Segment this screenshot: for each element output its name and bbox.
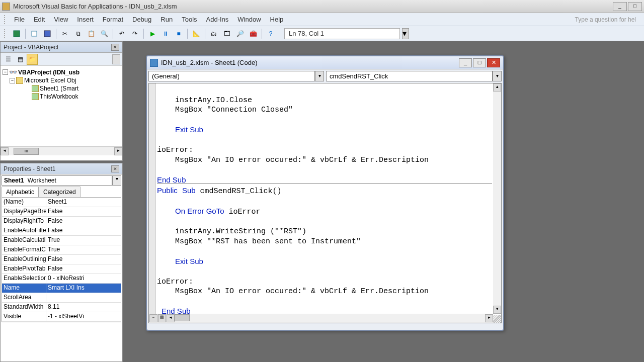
property-value[interactable]: -1 - xlSheetVi (46, 312, 121, 321)
property-value[interactable]: True (46, 236, 121, 245)
view-object-icon[interactable]: ▤ (15, 54, 26, 65)
break-icon[interactable]: ⏸ (160, 28, 171, 39)
property-value[interactable]: False (46, 255, 121, 264)
property-row[interactable]: (Name)Sheet1 (2, 198, 121, 207)
dropdown-icon[interactable]: ▾ (315, 71, 324, 81)
run-icon[interactable]: ▶ (147, 28, 158, 39)
menu-format[interactable]: Format (99, 15, 127, 24)
property-value[interactable]: 0 - xlNoRestri (46, 274, 121, 283)
menu-debug[interactable]: Debug (128, 15, 155, 24)
dropdown-icon[interactable]: ▾ (112, 175, 121, 186)
project-tree[interactable]: − 👓 VBAProject (IDN_usb − Microsoft Exce… (1, 66, 122, 146)
view-excel-icon[interactable] (11, 28, 22, 39)
copy-icon[interactable]: ⧉ (72, 28, 84, 39)
property-value[interactable]: 8.11 (46, 303, 121, 312)
code-text[interactable]: instrAny.IO.Close MsgBox "Connection Clo… (157, 85, 492, 314)
resize-grip[interactable] (493, 315, 501, 323)
property-row[interactable]: EnableFormatCTrue (2, 245, 121, 255)
property-row[interactable]: EnableCalculatiTrue (2, 236, 121, 245)
toolbar-grip[interactable] (4, 29, 9, 38)
code-minimize-button[interactable]: _ (459, 58, 472, 67)
tree-root[interactable]: − 👓 VBAProject (IDN_usb (3, 68, 120, 76)
scroll-up-icon[interactable]: ▴ (493, 83, 501, 92)
redo-icon[interactable]: ↷ (129, 28, 140, 39)
property-value[interactable] (46, 293, 121, 302)
property-value[interactable]: True (46, 245, 121, 254)
property-row[interactable]: EnableAutoFilteFalse (2, 226, 121, 236)
tab-alphabetic[interactable]: Alphabetic (2, 187, 39, 197)
code-vscroll[interactable]: ▴ ▾ (493, 83, 501, 314)
code-close-button[interactable]: ✕ (487, 58, 500, 67)
property-row[interactable]: DisplayRightToFalse (2, 217, 121, 226)
scroll-right-icon[interactable]: ▸ (114, 147, 122, 155)
menu-addins[interactable]: Add-Ins (202, 15, 233, 24)
tree-sheet1[interactable]: Sheet1 (Smart (3, 84, 120, 93)
toolbox-icon[interactable]: 🧰 (248, 28, 259, 39)
reset-icon[interactable]: ■ (173, 28, 184, 39)
menu-run[interactable]: Run (156, 15, 177, 24)
property-row[interactable]: Visible-1 - xlSheetVi (2, 312, 121, 322)
scroll-track[interactable]: III (9, 147, 114, 155)
scroll-left-icon[interactable]: ◂ (1, 147, 9, 155)
dropdown-icon[interactable]: ▾ (493, 71, 502, 81)
scroll-left-icon[interactable]: ◂ (167, 314, 175, 322)
menu-insert[interactable]: Insert (73, 15, 98, 24)
properties-grid[interactable]: (Name)Sheet1DisplayPageBreFalseDisplayRi… (2, 197, 121, 322)
undo-icon[interactable]: ↶ (116, 28, 127, 39)
code-window-titlebar[interactable]: IDN_usb_2.xlsm - Sheet1 (Code) _ □ ✕ (147, 56, 503, 69)
scroll-right-icon[interactable]: ▸ (485, 314, 493, 322)
tab-categorized[interactable]: Categorized (39, 187, 80, 197)
project-panel-close-button[interactable]: ✕ (111, 44, 119, 51)
scroll-down-icon[interactable]: ▾ (493, 306, 501, 314)
code-editor[interactable]: instrAny.IO.Close MsgBox "Connection Clo… (148, 83, 502, 323)
find-icon[interactable]: 🔍 (99, 28, 110, 39)
object-combo[interactable]: (General) ▾ (148, 71, 324, 81)
project-scrollbar-up[interactable] (112, 54, 120, 64)
minimize-button[interactable]: _ (613, 2, 627, 11)
code-hscroll[interactable]: ≡ ▤ ◂ ▸ (149, 314, 493, 323)
menu-view[interactable]: View (50, 15, 72, 24)
property-row[interactable]: StandardWidth8.11 (2, 303, 121, 312)
scroll-track[interactable] (175, 314, 485, 322)
project-hscroll[interactable]: ◂ III ▸ (1, 146, 122, 155)
property-value[interactable]: Smart LXI Ins (46, 284, 121, 293)
menu-file[interactable]: File (10, 15, 29, 24)
property-value[interactable]: False (46, 207, 121, 216)
properties-object-combo[interactable]: Sheet1 Worksheet ▾ (2, 175, 121, 186)
tree-folder[interactable]: − Microsoft Excel Obj (3, 76, 120, 84)
procedure-view-icon[interactable]: ≡ (149, 314, 157, 322)
property-row[interactable]: DisplayPageBreFalse (2, 207, 121, 217)
menu-tools[interactable]: Tools (178, 15, 201, 24)
property-row[interactable]: EnableSelection0 - xlNoRestri (2, 274, 121, 284)
object-browser-icon[interactable]: 🔎 (234, 28, 246, 39)
save-icon[interactable] (42, 28, 53, 39)
scroll-track[interactable] (493, 92, 501, 306)
project-explorer-icon[interactable]: 🗂 (208, 28, 219, 39)
property-value[interactable]: False (46, 264, 121, 274)
property-row[interactable]: EnableOutliningFalse (2, 255, 121, 264)
cursor-position-dropdown[interactable]: ▾ (402, 28, 409, 39)
code-maximize-button[interactable]: □ (473, 58, 486, 67)
cut-icon[interactable]: ✂ (59, 28, 70, 39)
maximize-button[interactable]: □ (628, 2, 642, 11)
help-question-box[interactable]: Type a question for hel (575, 16, 640, 23)
view-code-icon[interactable]: ☰ (3, 54, 14, 65)
tree-thisworkbook[interactable]: ThisWorkbook (3, 93, 120, 101)
properties-window-icon[interactable]: 🗔 (221, 28, 232, 39)
menu-edit[interactable]: Edit (30, 15, 49, 24)
property-row[interactable]: EnablePivotTabFalse (2, 264, 121, 274)
full-module-view-icon[interactable]: ▤ (158, 314, 166, 322)
scroll-thumb[interactable]: III (14, 148, 39, 155)
expand-icon[interactable]: − (3, 69, 8, 75)
property-row[interactable]: ScrollArea (2, 293, 121, 303)
menu-window[interactable]: Window (233, 15, 265, 24)
menu-help[interactable]: Help (266, 15, 288, 24)
property-row[interactable]: NameSmart LXI Ins (2, 284, 121, 293)
scroll-thumb[interactable] (175, 314, 190, 321)
menubar-grip[interactable] (4, 15, 9, 24)
design-mode-icon[interactable]: 📐 (191, 28, 202, 39)
property-value[interactable]: False (46, 217, 121, 226)
expand-icon[interactable]: − (10, 78, 15, 83)
properties-close-button[interactable]: ✕ (111, 165, 119, 172)
insert-module-icon[interactable] (29, 28, 40, 39)
